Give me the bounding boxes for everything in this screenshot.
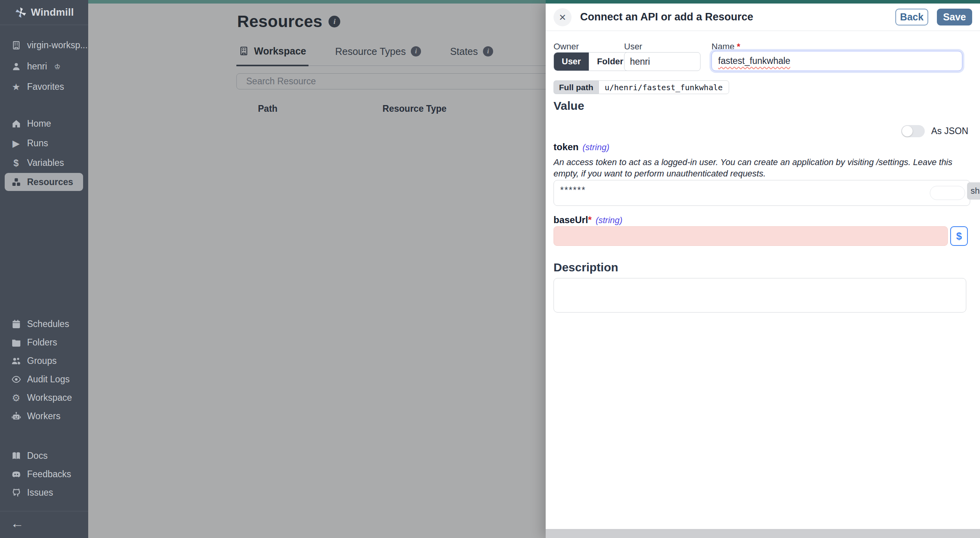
sidebar-item-workspace[interactable]: ⚙ Workspace — [0, 389, 88, 407]
baseurl-field-type: (string) — [595, 215, 622, 225]
back-button[interactable]: Back — [895, 9, 928, 25]
token-inline-button[interactable] — [930, 186, 965, 200]
value-heading: Value — [554, 99, 584, 113]
github-icon — [11, 487, 22, 498]
token-masked-value: ****** — [560, 185, 586, 196]
sidebar-item-label: Runs — [27, 138, 48, 149]
required-asterisk: * — [588, 214, 592, 225]
user-label: User — [624, 42, 642, 52]
description-heading: Description — [554, 261, 618, 274]
full-path-row: Full path u/henri/fastest_funkwhale — [554, 80, 729, 94]
sidebar-item-docs[interactable]: Docs — [0, 447, 88, 465]
sidebar-item-label: Home — [27, 118, 51, 129]
gear-icon: ⚙ — [11, 393, 22, 404]
token-input[interactable]: ****** — [554, 180, 970, 206]
name-label: Name * — [711, 42, 740, 52]
owner-user-input[interactable] — [624, 52, 701, 71]
username: henri — [27, 61, 47, 72]
sidebar-item-schedules[interactable]: Schedules — [0, 315, 88, 333]
sidebar-item-variables[interactable]: $ Variables — [0, 154, 88, 172]
app-name: Windmill — [31, 6, 74, 18]
boxes-icon — [11, 176, 22, 187]
crown-icon: ♔ — [54, 62, 60, 71]
show-password-button[interactable]: show — [967, 182, 980, 200]
sidebar-item-workers[interactable]: Workers — [0, 407, 88, 425]
drawer-header: × Connect an API or add a Resource Back … — [546, 4, 980, 31]
required-asterisk: * — [737, 42, 740, 51]
top-accent-strip-drawer — [546, 0, 980, 4]
baseurl-input[interactable] — [554, 226, 948, 246]
sidebar-item-label: Variables — [27, 158, 64, 168]
play-icon: ▶ — [11, 138, 22, 149]
building-icon — [11, 40, 22, 51]
dollar-icon: $ — [11, 158, 22, 169]
as-json-row: As JSON — [901, 125, 968, 137]
description-textarea[interactable] — [554, 278, 966, 313]
baseurl-field-header: baseUrl* (string) — [554, 214, 622, 225]
sidebar-item-home[interactable]: Home — [0, 115, 88, 133]
user-menu[interactable]: henri ♔ — [0, 57, 88, 76]
user-icon — [11, 61, 22, 72]
folder-icon — [11, 337, 22, 348]
workspace-switcher[interactable]: virgin-worksp... — [0, 36, 88, 55]
star-icon: ★ — [11, 82, 22, 93]
horizontal-scrollbar[interactable] — [546, 529, 980, 538]
sidebar-item-label: Folders — [27, 337, 57, 348]
baseurl-field-name: baseUrl* — [554, 214, 592, 225]
toggle-knob — [902, 126, 913, 136]
sidebar-item-runs[interactable]: ▶ Runs — [0, 134, 88, 153]
sidebar-item-label: Issues — [27, 487, 53, 498]
owner-type-toggle: User Folder — [554, 52, 632, 71]
save-button[interactable]: Save — [937, 9, 972, 25]
eye-icon — [11, 374, 22, 385]
sidebar-item-label: Resources — [27, 177, 73, 187]
owner-user-option[interactable]: User — [554, 53, 589, 71]
full-path-value: u/henri/fastest_funkwhale — [599, 80, 729, 94]
token-field-description: An access token to act as a logged-in us… — [554, 156, 970, 179]
sidebar-item-label: Favorites — [27, 82, 64, 92]
sidebar-item-groups[interactable]: Groups — [0, 352, 88, 370]
windmill-logo[interactable]: Windmill — [0, 0, 88, 25]
home-icon — [11, 118, 22, 129]
token-field-type: (string) — [583, 142, 609, 153]
sidebar-item-label: Feedbacks — [27, 469, 71, 480]
book-icon — [11, 451, 22, 462]
discord-icon — [11, 469, 22, 480]
close-icon[interactable]: × — [554, 8, 572, 26]
workspace-name: virgin-worksp... — [27, 40, 88, 51]
sidebar-divider — [0, 511, 88, 511]
sidebar-item-folders[interactable]: Folders — [0, 333, 88, 352]
sidebar-item-label: Audit Logs — [27, 374, 70, 385]
windmill-logo-icon — [15, 6, 27, 19]
resource-name-value: fastest_funkwhale — [718, 56, 790, 66]
token-field-name: token — [554, 142, 579, 153]
sidebar-item-label: Groups — [27, 356, 56, 366]
drawer-title: Connect an API or add a Resource — [580, 11, 887, 23]
token-field-header: token (string) — [554, 142, 609, 153]
as-json-toggle[interactable] — [901, 125, 925, 137]
sidebar-item-feedbacks[interactable]: Feedbacks — [0, 465, 88, 483]
calendar-icon — [11, 319, 22, 330]
resource-name-input[interactable]: fastest_funkwhale — [711, 51, 962, 71]
drawer-backdrop[interactable] — [88, 0, 546, 538]
sidebar-item-label: Workers — [27, 411, 60, 422]
robot-icon — [11, 411, 22, 422]
owner-label: Owner — [554, 42, 579, 52]
sidebar: Windmill virgin-worksp... henri ♔ ★ Favo… — [0, 0, 88, 538]
top-accent-strip — [88, 0, 546, 4]
as-json-label: As JSON — [931, 126, 968, 136]
sidebar-item-resources[interactable]: Resources — [5, 173, 83, 191]
users-icon — [11, 356, 22, 367]
full-path-label: Full path — [554, 80, 599, 94]
sidebar-item-audit-logs[interactable]: Audit Logs — [0, 370, 88, 389]
sidebar-item-favorites[interactable]: ★ Favorites — [0, 78, 88, 96]
sidebar-item-label: Docs — [27, 451, 47, 461]
collapse-sidebar-button[interactable]: ← — [11, 516, 24, 531]
sidebar-item-label: Schedules — [27, 319, 69, 329]
sidebar-item-issues[interactable]: Issues — [0, 483, 88, 502]
insert-variable-button[interactable]: $ — [950, 226, 968, 246]
sidebar-item-label: Workspace — [27, 393, 72, 403]
resource-drawer: × Connect an API or add a Resource Back … — [546, 4, 980, 538]
